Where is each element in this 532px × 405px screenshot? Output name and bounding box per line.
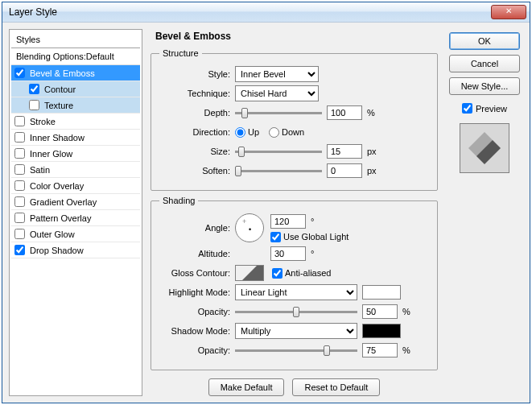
style-checkbox[interactable] — [14, 213, 25, 223]
down-radio-input[interactable] — [269, 127, 279, 138]
shadow-mode-select[interactable]: Multiply — [235, 323, 357, 339]
shadow-opacity-label: Opacity: — [159, 345, 230, 355]
highlight-mode-label: Highlight Mode: — [159, 287, 230, 297]
shadow-color-swatch[interactable] — [362, 324, 401, 338]
technique-label: Technique: — [159, 89, 230, 98]
altitude-input[interactable]: 30 — [270, 246, 306, 261]
style-item-stroke[interactable]: Stroke — [11, 114, 140, 130]
style-item-texture[interactable]: Texture — [11, 97, 140, 114]
style-checkbox[interactable] — [14, 180, 25, 191]
styles-header[interactable]: Styles — [11, 31, 140, 48]
soften-label: Soften: — [159, 166, 230, 176]
style-item-inner-glow[interactable]: Inner Glow — [11, 146, 140, 162]
titlebar[interactable]: Layer Style ✕ — [2, 2, 530, 23]
depth-input[interactable]: 100 — [327, 105, 362, 120]
shadow-opacity-unit: % — [402, 345, 410, 355]
direction-label: Direction: — [159, 127, 230, 137]
gloss-label: Gloss Contour: — [159, 268, 230, 278]
up-radio-input[interactable] — [235, 127, 245, 138]
structure-legend: Structure — [159, 48, 202, 58]
style-item-label: Gradient Overlay — [30, 197, 97, 207]
style-checkbox[interactable] — [14, 68, 25, 78]
style-item-satin[interactable]: Satin — [11, 162, 140, 178]
highlight-mode-select[interactable]: Linear Light — [235, 284, 357, 300]
soften-input[interactable]: 0 — [327, 163, 362, 178]
angle-input[interactable]: 120 — [270, 214, 306, 229]
depth-label: Depth: — [159, 108, 230, 118]
soften-unit: px — [367, 166, 377, 176]
style-item-pattern-overlay[interactable]: Pattern Overlay — [11, 210, 140, 226]
style-checkbox[interactable] — [14, 132, 25, 143]
direction-up-radio[interactable]: Up — [235, 127, 259, 138]
direction-down-radio[interactable]: Down — [269, 127, 304, 138]
preview-checkbox[interactable]: Preview — [462, 103, 507, 114]
style-checkbox[interactable] — [14, 196, 25, 207]
size-unit: px — [367, 147, 377, 156]
size-slider[interactable] — [235, 144, 322, 159]
ok-button[interactable]: OK — [449, 32, 520, 50]
style-item-label: Drop Shadow — [30, 246, 84, 255]
style-checkbox[interactable] — [29, 100, 39, 110]
style-item-contour[interactable]: Contour — [11, 81, 140, 97]
new-style-button[interactable]: New Style... — [449, 77, 520, 95]
shadow-opacity-slider[interactable] — [235, 343, 357, 357]
preview-thumbnail — [460, 123, 509, 173]
style-checkbox[interactable] — [29, 84, 39, 94]
altitude-label: Altitude: — [159, 249, 230, 258]
style-item-label: Color Overlay — [30, 181, 84, 191]
style-select[interactable]: Inner Bevel — [235, 66, 319, 82]
style-item-outer-glow[interactable]: Outer Glow — [11, 226, 140, 242]
styles-panel: Styles Blending Options:Default Bevel & … — [9, 29, 142, 396]
highlight-opacity-input[interactable]: 50 — [362, 304, 398, 319]
cancel-button[interactable]: Cancel — [449, 55, 520, 72]
style-item-label: Contour — [44, 85, 76, 94]
style-checkbox[interactable] — [14, 116, 25, 126]
reset-default-button[interactable]: Reset to Default — [292, 378, 380, 396]
angle-unit: ° — [311, 217, 314, 226]
content: Styles Blending Options:Default Bevel & … — [2, 23, 530, 403]
style-item-bevel-emboss[interactable]: Bevel & Emboss — [11, 65, 140, 81]
style-item-inner-shadow[interactable]: Inner Shadow — [11, 130, 140, 146]
style-checkbox[interactable] — [14, 148, 25, 159]
right-panel: OK Cancel New Style... Preview — [446, 29, 523, 396]
window-title: Layer Style — [9, 6, 491, 18]
preview-shape-icon — [468, 132, 501, 164]
size-label: Size: — [159, 147, 230, 156]
soften-slider[interactable] — [235, 163, 322, 178]
highlight-color-swatch[interactable] — [362, 285, 401, 300]
style-item-label: Inner Shadow — [30, 133, 85, 143]
style-item-gradient-overlay[interactable]: Gradient Overlay — [11, 194, 140, 210]
make-default-button[interactable]: Make Default — [208, 378, 285, 396]
shading-legend: Shading — [159, 196, 198, 205]
blending-options[interactable]: Blending Options:Default — [11, 48, 140, 65]
section-title: Bevel & Emboss — [149, 29, 439, 43]
style-item-label: Texture — [44, 101, 73, 110]
depth-slider[interactable] — [235, 105, 322, 120]
style-item-label: Inner Glow — [30, 149, 72, 159]
style-checkbox[interactable] — [14, 164, 25, 175]
style-list: Bevel & EmbossContourTextureStrokeInner … — [11, 65, 140, 394]
highlight-opacity-label: Opacity: — [159, 307, 230, 316]
global-light-checkbox[interactable]: Use Global Light — [270, 232, 348, 242]
style-item-label: Bevel & Emboss — [30, 68, 95, 78]
structure-group: Structure Style: Inner Bevel Technique: … — [151, 48, 438, 191]
center-panel: Bevel & Emboss Structure Style: Inner Be… — [149, 29, 439, 396]
style-item-color-overlay[interactable]: Color Overlay — [11, 178, 140, 194]
close-button[interactable]: ✕ — [491, 5, 526, 19]
layer-style-dialog: Layer Style ✕ Styles Blending Options:De… — [2, 2, 530, 403]
shadow-opacity-input[interactable]: 75 — [362, 343, 398, 357]
size-input[interactable]: 15 — [327, 144, 362, 159]
altitude-unit: ° — [311, 249, 314, 258]
style-item-drop-shadow[interactable]: Drop Shadow — [11, 242, 140, 258]
technique-select[interactable]: Chisel Hard — [235, 85, 319, 101]
style-checkbox[interactable] — [14, 245, 25, 255]
antialiased-checkbox[interactable]: Anti-aliased — [272, 268, 331, 279]
angle-wheel[interactable] — [235, 213, 264, 242]
style-item-label: Outer Glow — [30, 229, 75, 239]
style-item-label: Pattern Overlay — [30, 213, 91, 223]
style-checkbox[interactable] — [14, 229, 25, 239]
highlight-opacity-slider[interactable] — [235, 304, 357, 319]
highlight-opacity-unit: % — [402, 307, 410, 316]
angle-label: Angle: — [159, 223, 230, 233]
gloss-contour-picker[interactable] — [235, 265, 264, 281]
